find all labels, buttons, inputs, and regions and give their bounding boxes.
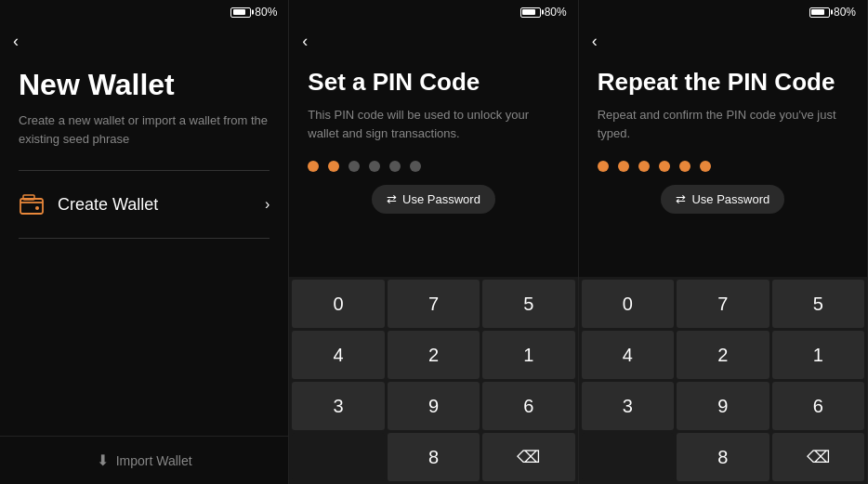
- use-password-icon-3: ⇄: [676, 192, 686, 206]
- rep-pin-dot-1: [598, 161, 609, 172]
- back-button-1[interactable]: ‹: [0, 24, 32, 59]
- create-wallet-item[interactable]: Create Wallet ›: [19, 175, 270, 234]
- numpad-2: 0 7 5 4 2 1 3 9 6 8 ⌫: [289, 277, 577, 484]
- pin-dot-4: [369, 161, 380, 172]
- key-6-3[interactable]: 6: [772, 382, 864, 430]
- pin-dot-5: [389, 161, 401, 172]
- new-wallet-subtitle: Create a new wallet or import a wallet f…: [19, 111, 270, 148]
- delete-icon-2: ⌫: [517, 447, 540, 467]
- set-pin-content: Set a PIN Code This PIN code will be use…: [289, 59, 577, 277]
- pin-dot-6: [410, 161, 421, 172]
- key-delete-3[interactable]: ⌫: [772, 433, 864, 481]
- delete-icon-3: ⌫: [807, 447, 830, 467]
- back-button-2[interactable]: ‹: [289, 24, 321, 59]
- pin-dot-1: [308, 161, 319, 172]
- rep-pin-dot-2: [618, 161, 629, 172]
- status-bar-3: 80%: [579, 0, 867, 24]
- battery-percent-3: 80%: [834, 6, 856, 19]
- numpad-3: 0 7 5 4 2 1 3 9 6 8 ⌫: [579, 277, 867, 484]
- status-bar-2: 80%: [289, 0, 577, 24]
- key-0-3[interactable]: 0: [582, 280, 674, 328]
- battery-icon-3: [809, 7, 830, 18]
- pin-dot-3: [349, 161, 360, 172]
- repeat-pin-content: Repeat the PIN Code Repeat and confirm t…: [579, 59, 867, 277]
- svg-point-2: [35, 206, 39, 210]
- battery-percent-2: 80%: [545, 6, 567, 19]
- pin-dots-3: [598, 161, 848, 172]
- battery-percent-1: 80%: [255, 6, 277, 19]
- import-icon: ⬇: [97, 451, 109, 469]
- key-5-2[interactable]: 5: [482, 280, 574, 328]
- use-password-button-2[interactable]: ⇄ Use Password: [372, 185, 495, 214]
- key-4-3[interactable]: 4: [582, 331, 674, 379]
- set-pin-screen: 80% ‹ Set a PIN Code This PIN code will …: [289, 0, 578, 484]
- key-0-2[interactable]: 0: [292, 280, 384, 328]
- key-9-2[interactable]: 9: [388, 382, 480, 430]
- key-2-3[interactable]: 2: [677, 331, 769, 379]
- key-7-3[interactable]: 7: [677, 280, 769, 328]
- divider-bottom: [19, 238, 270, 239]
- chevron-right-icon: ›: [265, 196, 270, 213]
- key-empty-2: [292, 433, 384, 481]
- rep-pin-dot-4: [659, 161, 670, 172]
- key-3-2[interactable]: 3: [292, 382, 384, 430]
- repeat-pin-title: Repeat the PIN Code: [598, 68, 848, 97]
- key-6-2[interactable]: 6: [482, 382, 574, 430]
- key-empty-3: [582, 433, 674, 481]
- key-8-2[interactable]: 8: [388, 433, 480, 481]
- key-9-3[interactable]: 9: [677, 382, 769, 430]
- import-wallet-label: Import Wallet: [116, 453, 192, 468]
- pin-dot-2: [328, 161, 339, 172]
- key-1-3[interactable]: 1: [772, 331, 864, 379]
- import-wallet-button[interactable]: ⬇ Import Wallet: [0, 436, 288, 484]
- key-delete-2[interactable]: ⌫: [482, 433, 574, 481]
- repeat-pin-subtitle: Repeat and confirm the PIN code you've j…: [598, 106, 848, 142]
- set-pin-title: Set a PIN Code: [308, 68, 559, 97]
- wallet-icon: [19, 191, 45, 217]
- divider-top: [19, 170, 270, 171]
- key-2-2[interactable]: 2: [388, 331, 480, 379]
- rep-pin-dot-5: [679, 161, 690, 172]
- new-wallet-screen: 80% ‹ New Wallet Create a new wallet or …: [0, 0, 289, 484]
- svg-rect-0: [20, 199, 43, 214]
- key-7-2[interactable]: 7: [388, 280, 480, 328]
- key-3-3[interactable]: 3: [582, 382, 674, 430]
- set-pin-subtitle: This PIN code will be used to unlock you…: [308, 106, 559, 142]
- rep-pin-dot-6: [700, 161, 711, 172]
- rep-pin-dot-3: [638, 161, 650, 172]
- repeat-pin-screen: 80% ‹ Repeat the PIN Code Repeat and con…: [579, 0, 868, 484]
- back-button-3[interactable]: ‹: [579, 24, 611, 59]
- new-wallet-content: New Wallet Create a new wallet or import…: [0, 59, 288, 436]
- use-password-icon-2: ⇄: [387, 192, 397, 206]
- key-5-3[interactable]: 5: [772, 280, 864, 328]
- new-wallet-title: New Wallet: [19, 68, 270, 102]
- pin-dots-2: [308, 161, 559, 172]
- create-wallet-label: Create Wallet: [58, 195, 252, 215]
- svg-rect-1: [23, 195, 34, 200]
- battery-icon-2: [520, 7, 541, 18]
- key-4-2[interactable]: 4: [292, 331, 384, 379]
- status-bar-1: 80%: [0, 0, 288, 24]
- battery-icon-1: [230, 7, 251, 18]
- use-password-button-3[interactable]: ⇄ Use Password: [661, 185, 784, 214]
- use-password-label-2: Use Password: [402, 192, 480, 206]
- key-1-2[interactable]: 1: [482, 331, 574, 379]
- use-password-label-3: Use Password: [691, 192, 769, 206]
- key-8-3[interactable]: 8: [677, 433, 769, 481]
